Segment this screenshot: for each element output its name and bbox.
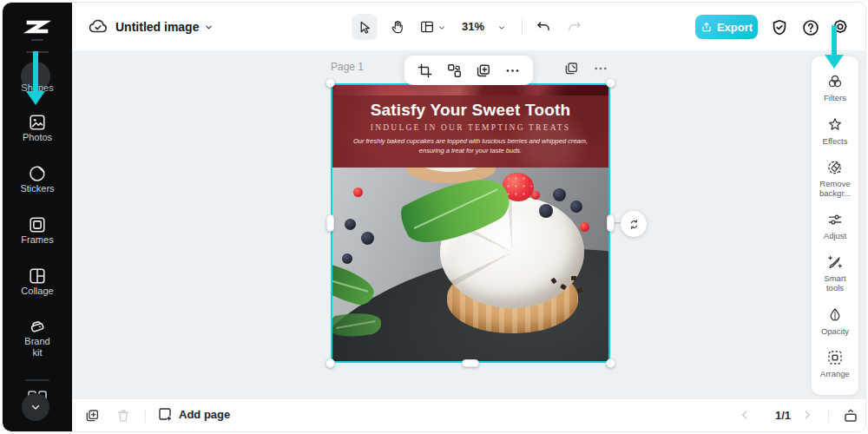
copy-page-icon[interactable] <box>563 61 579 76</box>
chevron-down-icon[interactable] <box>204 23 214 32</box>
header: Untitled image 31% <box>72 3 865 51</box>
resize-handle-top-left[interactable] <box>326 78 335 88</box>
sidebar-item-collage[interactable]: Collage <box>3 266 72 297</box>
berry-tart <box>429 185 596 341</box>
more-options-icon[interactable] <box>504 62 521 79</box>
panel-item-adjust[interactable]: Adjust <box>824 211 846 240</box>
zoom-level[interactable]: 31% <box>454 3 492 51</box>
select-tool-button[interactable] <box>352 14 378 40</box>
panel-item-filters[interactable]: Filters <box>824 73 846 102</box>
sidebar-item-fragment <box>31 39 43 41</box>
cupcake-photo <box>331 168 610 363</box>
bottom-bar: Add page 1/1 <box>72 398 865 431</box>
privacy-shield-icon[interactable] <box>770 18 789 37</box>
rotate-icon <box>628 218 641 231</box>
duplicate-page-icon[interactable] <box>84 408 100 424</box>
photos-icon <box>28 113 47 132</box>
selection-toolbar <box>404 56 533 85</box>
currant <box>353 187 363 197</box>
sidebar-item-brand-kit[interactable]: Brand kit <box>3 317 72 358</box>
sidebar-divider-bottom <box>25 379 49 381</box>
opacity-icon <box>826 306 844 324</box>
effects-icon <box>826 116 844 134</box>
remove-background-icon <box>826 159 844 176</box>
sidebar-item-stickers[interactable]: Stickers <box>3 164 72 194</box>
add-page-button[interactable]: Add page <box>157 406 230 422</box>
hand-tool-button[interactable] <box>385 14 411 40</box>
panel-item-effects[interactable]: Effects <box>823 116 848 146</box>
capcut-logo-icon[interactable] <box>23 13 51 41</box>
undo-button[interactable] <box>530 14 556 40</box>
filters-icon <box>826 73 844 90</box>
resize-handle-bottom-right[interactable] <box>606 358 615 368</box>
help-icon[interactable] <box>801 18 820 37</box>
panel-item-opacity[interactable]: Opacity <box>821 306 849 336</box>
resize-canvas-button[interactable] <box>414 14 440 40</box>
blueberry <box>342 253 352 264</box>
frames-icon <box>28 215 47 234</box>
upload-icon <box>700 21 713 33</box>
chevron-down-icon[interactable] <box>497 23 506 32</box>
header-divider <box>522 19 523 35</box>
page-more-icon[interactable] <box>593 61 608 76</box>
delete-page-icon[interactable] <box>115 408 131 424</box>
add-page-icon <box>157 406 173 422</box>
arrange-icon <box>826 349 844 366</box>
poster-subtitle: INDULGE IN OUR TEMPTING TREATS <box>331 123 610 132</box>
crop-icon[interactable] <box>417 62 433 79</box>
sidebar-item-shapes[interactable]: Shapes <box>3 82 72 93</box>
adjust-icon <box>826 211 844 228</box>
stickers-icon <box>28 164 47 183</box>
rotate-button[interactable] <box>621 211 647 237</box>
panel-item-arrange[interactable]: Arrange <box>820 349 850 378</box>
selected-image[interactable]: Satisfy Your Sweet Tooth INDULGE IN OUR … <box>331 83 610 363</box>
redo-button[interactable] <box>562 14 588 40</box>
sidebar-item-photos[interactable]: Photos <box>3 113 72 143</box>
blueberry <box>345 219 356 230</box>
blueberry <box>361 232 374 245</box>
bottom-divider <box>145 409 146 423</box>
panel-item-remove-background[interactable]: Remove backgr... <box>819 159 851 198</box>
left-sidebar: Shapes Photos Stickers Frames <box>3 3 72 431</box>
sidebar-item-frames[interactable]: Frames <box>3 215 72 246</box>
resize-handle-right[interactable] <box>607 214 615 232</box>
right-tools-panel: Filters Effects Remove backgr... <box>812 56 858 395</box>
resize-handle-top-right[interactable] <box>606 78 615 88</box>
app-window: Shapes Photos Stickers Frames <box>2 2 866 432</box>
duplicate-icon[interactable] <box>475 62 491 79</box>
canvas-area[interactable]: Page 1 <box>72 51 865 398</box>
document-title[interactable]: Untitled image <box>115 3 199 51</box>
page-actions <box>563 61 608 76</box>
resize-handle-bottom[interactable] <box>462 359 479 367</box>
next-page-icon[interactable] <box>801 409 813 421</box>
present-icon[interactable] <box>843 408 858 424</box>
poster-text: Satisfy Your Sweet Tooth INDULGE IN OUR … <box>331 95 610 168</box>
resize-handle-bottom-left[interactable] <box>326 358 335 368</box>
poster-body: Our freshly baked cupcakes are topped wi… <box>348 137 593 156</box>
brand-kit-icon <box>28 317 47 336</box>
panel-item-smart-tools[interactable]: Smart tools <box>824 253 845 293</box>
page-label: Page 1 <box>331 61 364 73</box>
poster-title: Satisfy Your Sweet Tooth <box>331 101 610 120</box>
cloud-sync-icon <box>88 16 108 37</box>
smart-tools-icon <box>826 253 844 271</box>
bottom-divider-right <box>828 409 829 423</box>
previous-page-icon[interactable] <box>739 409 751 421</box>
export-button[interactable]: Export <box>695 15 758 39</box>
sidebar-collapse-button[interactable] <box>22 393 49 421</box>
chevron-down-icon[interactable] <box>437 23 446 32</box>
resize-handle-left[interactable] <box>326 214 334 232</box>
collage-icon <box>28 266 47 286</box>
page-indicator: 1/1 <box>775 399 791 432</box>
settings-gear-icon[interactable] <box>831 18 850 37</box>
sidebar-divider-top <box>26 51 49 53</box>
poster-image: Satisfy Your Sweet Tooth INDULGE IN OUR … <box>331 83 610 363</box>
replace-icon[interactable] <box>446 62 463 79</box>
